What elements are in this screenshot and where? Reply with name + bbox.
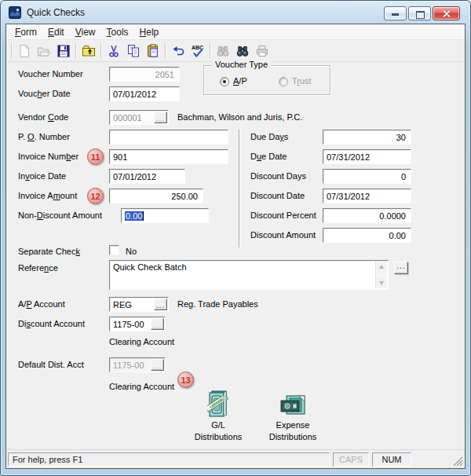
discount-days-field[interactable]: 0 xyxy=(323,169,411,184)
paste-button[interactable] xyxy=(144,42,162,60)
discount-date-label: Discount Date xyxy=(250,191,305,200)
invoice-amount-field[interactable]: 250.00 xyxy=(109,189,203,203)
voucher-type-ap-radio[interactable] xyxy=(220,77,229,86)
annotation-11: 11 xyxy=(87,148,104,165)
due-days-label: Due Days xyxy=(250,132,288,141)
status-bar: For help, press F1 CAPS NUM xyxy=(6,449,465,468)
non-discount-amount-field[interactable]: 0.00 xyxy=(121,208,209,223)
up-one-level-button[interactable] xyxy=(79,42,97,60)
text-caret xyxy=(143,211,144,221)
close-button[interactable] xyxy=(433,6,460,20)
toolbar-separator xyxy=(75,43,76,59)
window: Quick Checks Form Edit View Tools Help xyxy=(0,0,471,476)
discount-amount-label: Discount Amount xyxy=(250,230,316,240)
close-icon xyxy=(442,9,451,18)
gl-distributions-icon: LEDGER xyxy=(207,389,229,419)
toolbar-separator xyxy=(210,43,210,59)
due-date-label: Due Date xyxy=(250,152,287,161)
status-num-indicator: NUM xyxy=(372,452,411,467)
due-days-field[interactable]: 30 xyxy=(323,130,411,145)
scroll-down-icon xyxy=(377,277,386,287)
title-bar[interactable]: Quick Checks xyxy=(1,1,470,24)
toolbar-separator xyxy=(165,43,166,59)
gl-distributions-label-line2: Distributions xyxy=(183,432,254,442)
discount-account-label: Discount Account xyxy=(18,319,85,328)
maximize-button[interactable] xyxy=(408,6,431,20)
copy-icon xyxy=(126,43,141,59)
discount-account-browse-icon xyxy=(151,318,164,330)
ap-account-field[interactable]: REG xyxy=(109,297,169,312)
selected-text: 0.00 xyxy=(125,211,143,221)
gl-distributions-label-line1: G/L xyxy=(183,420,254,430)
find-icon xyxy=(215,43,231,59)
undo-icon xyxy=(170,43,186,59)
invoice-number-label: Invoice Number xyxy=(18,152,78,161)
ap-account-label: A/P Account xyxy=(18,299,65,309)
expense-distributions-button[interactable]: Expense Distributions xyxy=(257,387,328,442)
vendor-code-browse-icon xyxy=(154,112,167,123)
save-button[interactable] xyxy=(54,42,72,60)
toolbar-gripper xyxy=(11,43,12,59)
print-icon xyxy=(254,43,270,59)
find-button xyxy=(214,42,232,60)
voucher-number-label: Voucher Number xyxy=(18,69,83,79)
vendor-code-label: Vendor Code xyxy=(18,112,68,122)
voucher-number-field: 2051 xyxy=(109,67,180,82)
form-area: Voucher Number 2051 Voucher Type A/P Tru… xyxy=(6,62,465,449)
discount-amount-field[interactable]: 0.00 xyxy=(323,228,411,243)
resize-grip[interactable] xyxy=(453,456,463,467)
gl-distributions-button[interactable]: LEDGER G/L Distributions xyxy=(183,387,254,442)
discount-percent-label: Discount Percent xyxy=(250,211,316,220)
voucher-type-ap-label: A/P xyxy=(233,76,247,86)
discount-days-label: Discount Days xyxy=(250,171,306,181)
open-button xyxy=(35,42,53,60)
annotation-13: 13 xyxy=(177,372,194,388)
menu-form[interactable]: Form xyxy=(9,26,42,38)
vendor-code-field: 000001 xyxy=(109,110,169,125)
voucher-type-trust-radio xyxy=(279,77,288,86)
expense-distributions-icon xyxy=(279,394,306,419)
invoice-date-field[interactable]: 07/01/2012 xyxy=(109,169,185,184)
cut-icon xyxy=(106,43,122,59)
menu-view[interactable]: View xyxy=(70,26,101,38)
reference-text: Quick Check Batch xyxy=(113,262,187,272)
due-date-field[interactable]: 07/31/2012 xyxy=(323,149,411,164)
new-document-icon xyxy=(16,43,32,59)
invoice-number-field[interactable]: 901 xyxy=(109,149,228,164)
discount-percent-field[interactable]: 0.0000 xyxy=(323,208,411,223)
client-area: Form Edit View Tools Help xyxy=(5,24,466,469)
paste-icon xyxy=(145,43,161,59)
cut-button[interactable] xyxy=(104,42,122,60)
reference-field[interactable]: Quick Check Batch xyxy=(109,260,389,290)
separate-check-label: Separate Check xyxy=(18,247,80,256)
spell-check-button[interactable]: ABC xyxy=(188,42,206,60)
app-icon xyxy=(9,6,21,19)
status-caps-indicator: CAPS xyxy=(333,452,369,467)
menu-bar: Form Edit View Tools Help xyxy=(6,24,465,40)
discount-account-field[interactable]: 1175-00 xyxy=(109,317,166,331)
discount-date-field[interactable]: 07/31/2012 xyxy=(323,189,411,203)
menu-tools[interactable]: Tools xyxy=(101,26,134,38)
reference-label: Reference xyxy=(18,263,58,273)
menu-edit[interactable]: Edit xyxy=(42,26,70,38)
find-next-button[interactable] xyxy=(233,42,251,60)
ap-account-browse-icon[interactable] xyxy=(154,298,167,310)
reference-browse-button[interactable] xyxy=(394,262,408,274)
non-discount-amount-label: Non-Discount Amount xyxy=(18,211,102,220)
separate-check-checkbox[interactable] xyxy=(109,245,119,255)
voucher-type-group: Voucher Type A/P Trust xyxy=(203,65,330,95)
expense-distributions-label-line1: Expense xyxy=(257,420,328,430)
vendor-name-text: Bachman, Wilson and Juris, P.C. xyxy=(177,112,302,122)
default-dist-acct-browse-icon xyxy=(151,359,164,371)
minimize-button[interactable] xyxy=(384,6,407,20)
po-number-field[interactable] xyxy=(109,130,228,145)
toolbar-separator xyxy=(100,43,101,59)
print-button xyxy=(253,42,271,60)
copy-button[interactable] xyxy=(124,42,142,60)
undo-button[interactable] xyxy=(169,42,187,60)
default-dist-acct-description: Clearing Account xyxy=(109,382,174,391)
discount-account-description: Clearing Account xyxy=(109,337,174,346)
menu-help[interactable]: Help xyxy=(134,26,165,38)
voucher-date-field[interactable]: 07/01/2012 xyxy=(109,86,180,101)
voucher-type-trust-label: Trust xyxy=(292,76,312,86)
